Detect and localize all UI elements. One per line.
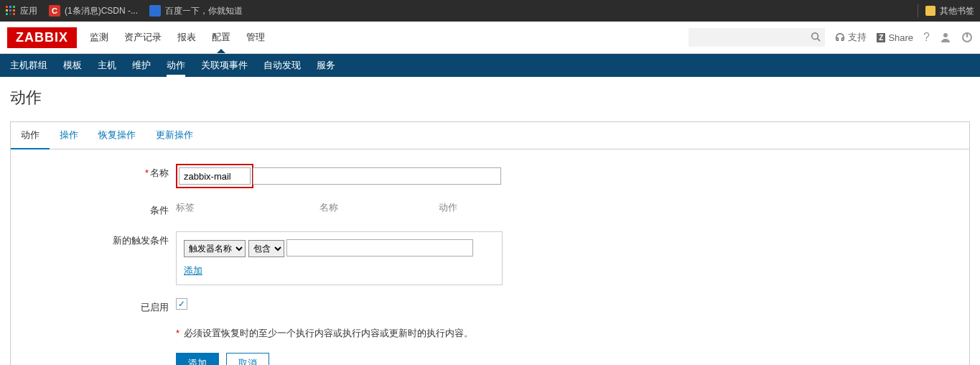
tab-action[interactable]: 动作 [11, 122, 50, 149]
name-input[interactable] [179, 167, 251, 185]
conditions-table-header: 标签 名称 动作 [176, 201, 503, 214]
form-area: *名称 条件 标签 名称 动作 新的触发条件 [11, 149, 969, 365]
search-icon[interactable] [811, 32, 821, 42]
condition-value-input[interactable] [286, 239, 473, 257]
csdn-icon: C [49, 5, 60, 17]
nav-configuration[interactable]: 配置 [212, 22, 230, 52]
nav-reports[interactable]: 报表 [177, 22, 196, 52]
svg-rect-0 [6, 6, 8, 8]
search-box [689, 28, 825, 47]
bookmark-csdn[interactable]: C (1条消息)CSDN -... [49, 5, 138, 17]
subnav-discovery[interactable]: 自动发现 [263, 54, 301, 77]
subnav-hosts[interactable]: 主机 [98, 54, 116, 77]
browser-bookmark-bar: 应用 C (1条消息)CSDN -... 百度一下，你就知道 其他书签 [0, 0, 980, 22]
cond-header-label: 标签 [176, 201, 219, 214]
main-nav: 监测 资产记录 报表 配置 管理 [90, 22, 265, 52]
bookmark-baidu-label: 百度一下，你就知道 [165, 5, 243, 17]
condition-type-select[interactable]: 触发器名称 [184, 240, 246, 257]
required-marker: * [145, 167, 149, 178]
cond-header-action: 动作 [439, 201, 457, 214]
svg-rect-4 [9, 9, 11, 11]
sub-nav: 主机群组 模板 主机 维护 动作 关联项事件 自动发现 服务 [0, 54, 980, 77]
cancel-button[interactable]: 取消 [226, 353, 269, 366]
tabs: 动作 操作 恢复操作 更新操作 [11, 122, 969, 149]
bookmark-baidu[interactable]: 百度一下，你就知道 [149, 5, 243, 17]
enabled-label: 已启用 [25, 298, 176, 314]
subnav-correlation[interactable]: 关联项事件 [201, 54, 248, 77]
submit-button[interactable]: 添加 [176, 353, 219, 366]
subnav-maintenance[interactable]: 维护 [132, 54, 151, 77]
headset-icon [835, 32, 845, 42]
bookmark-other[interactable]: 其他书签 [925, 5, 974, 17]
svg-rect-2 [13, 6, 15, 8]
svg-line-10 [818, 39, 821, 42]
new-condition-box: 触发器名称 包含 添加 [176, 231, 503, 285]
bookmark-apps[interactable]: 应用 [6, 5, 37, 17]
svg-rect-3 [6, 9, 8, 11]
bookmark-other-label: 其他书签 [940, 5, 974, 17]
bookmark-csdn-label: (1条消息)CSDN -... [65, 5, 138, 17]
power-icon[interactable] [961, 32, 973, 43]
svg-point-11 [943, 33, 948, 37]
content-panel: 动作 操作 恢复操作 更新操作 *名称 条件 标签 名称 动作 [10, 121, 970, 365]
page-title: 动作 [0, 77, 980, 121]
search-input[interactable] [689, 28, 825, 47]
folder-icon [925, 6, 935, 16]
condition-operator-select[interactable]: 包含 [248, 240, 284, 257]
add-condition-link[interactable]: 添加 [184, 264, 202, 277]
svg-rect-1 [9, 6, 11, 8]
subnav-templates[interactable]: 模板 [63, 54, 82, 77]
support-link[interactable]: 支持 [835, 31, 867, 44]
cond-header-name: 名称 [319, 201, 338, 214]
subnav-actions[interactable]: 动作 [167, 54, 185, 77]
svg-rect-7 [9, 13, 11, 15]
name-label: *名称 [25, 164, 176, 180]
share-badge-icon: Z [877, 33, 885, 42]
name-input-extension[interactable] [253, 167, 501, 185]
svg-rect-5 [13, 9, 15, 11]
zabbix-logo[interactable]: ZABBIX [7, 27, 77, 48]
baidu-icon [149, 5, 161, 17]
nav-administration[interactable]: 管理 [246, 22, 265, 52]
tab-update[interactable]: 更新操作 [146, 122, 203, 149]
nav-inventory[interactable]: 资产记录 [124, 22, 162, 52]
conditions-label: 条件 [25, 201, 176, 217]
zabbix-header: ZABBIX 监测 资产记录 报表 配置 管理 支持 Z Share ? [0, 22, 980, 54]
subnav-host-groups[interactable]: 主机群组 [10, 54, 47, 77]
svg-point-9 [812, 33, 818, 40]
nav-monitoring[interactable]: 监测 [90, 22, 108, 52]
name-highlight-box [176, 164, 253, 188]
warning-text: 必须设置恢复时的至少一个执行内容或执行内容或更新时的执行内容。 [184, 328, 473, 338]
bookmark-apps-label: 应用 [20, 5, 37, 17]
apps-icon [6, 6, 16, 16]
help-icon[interactable]: ? [923, 31, 930, 44]
svg-rect-6 [6, 13, 8, 15]
enabled-checkbox[interactable]: ✓ [176, 298, 187, 310]
required-marker: * [176, 328, 179, 338]
divider [918, 4, 918, 17]
svg-rect-8 [13, 13, 15, 15]
tab-recovery[interactable]: 恢复操作 [88, 122, 146, 149]
new-condition-label: 新的触发条件 [25, 231, 176, 247]
subnav-services[interactable]: 服务 [317, 54, 335, 77]
user-icon[interactable] [940, 32, 951, 43]
share-link[interactable]: Z Share [877, 32, 913, 43]
tab-operations[interactable]: 操作 [50, 122, 88, 149]
